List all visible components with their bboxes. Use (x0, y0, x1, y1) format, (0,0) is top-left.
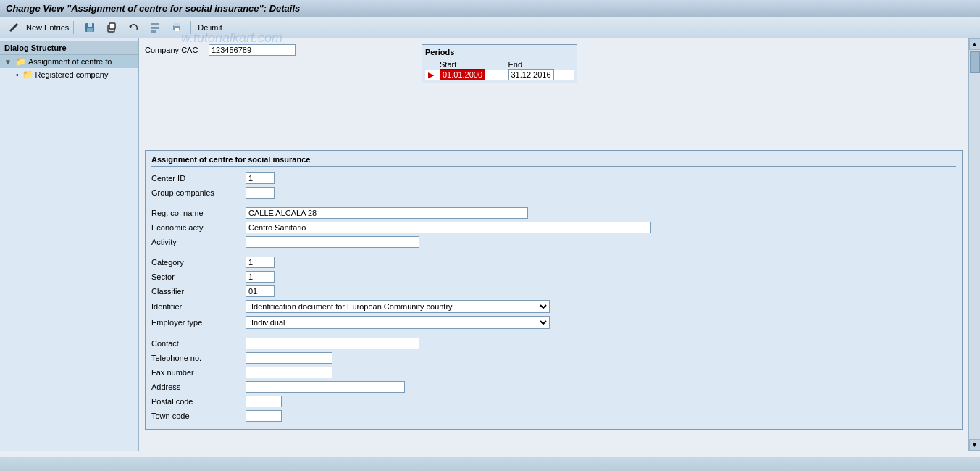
scroll-up-arrow[interactable]: ▲ (969, 38, 981, 50)
svg-marker-5 (129, 25, 132, 28)
scrollbar[interactable]: ▲ ▼ (968, 38, 980, 451)
category-row: Category (151, 257, 956, 268)
economic-acty-row: Economic acty (151, 222, 956, 233)
delimit-label[interactable]: Delimit (198, 23, 222, 32)
telephone-input[interactable] (246, 352, 332, 364)
fax-label: Fax number (151, 368, 246, 377)
economic-acty-input[interactable] (246, 222, 651, 233)
employer-type-label: Employer type (151, 318, 246, 327)
employer-type-row: Employer type Individual (151, 316, 956, 329)
new-entries-label: New Entries (26, 23, 69, 32)
title-bar: Change View "Assignment of centre for so… (0, 0, 980, 17)
sidebar-header: Dialog Structure (0, 41, 138, 55)
sector-row: Sector (151, 271, 956, 283)
classifier-label: Classifier (151, 287, 246, 296)
title-text: Change View "Assignment of centre for so… (6, 3, 300, 14)
edit-icon-btn[interactable] (4, 20, 23, 36)
contact-input[interactable] (246, 338, 419, 349)
center-id-row: Center ID (151, 172, 956, 184)
period-end-date[interactable]: 31.12.2016 (508, 69, 554, 80)
company-cac-label: Company CAC (145, 46, 203, 54)
group-companies-row: Group companies (151, 187, 956, 199)
bullet-icon: • (16, 71, 19, 79)
postal-code-label: Postal code (151, 397, 246, 406)
category-label: Category (151, 258, 246, 267)
identifier-row: Identifier Identification document for E… (151, 300, 956, 313)
period-arrow-icon: ▶ (428, 71, 434, 79)
activity-label: Activity (151, 238, 246, 246)
sidebar-item-label-2: Registered company (35, 70, 109, 79)
sidebar-item-label: Assignment of centre fo (28, 57, 112, 66)
svg-rect-10 (175, 28, 179, 31)
employer-type-select[interactable]: Individual (246, 316, 550, 329)
fax-row: Fax number (151, 367, 956, 378)
period-start-date[interactable]: 01.01.2000 (440, 69, 485, 80)
svg-rect-6 (151, 23, 159, 25)
reg-co-name-row: Reg. co. name (151, 207, 956, 219)
content-area: Company CAC Periods Start End (139, 38, 968, 451)
sidebar: Dialog Structure ▼ 📁 Assignment of centr… (0, 38, 139, 451)
periods-table: Start End ▶ 01.01.2000 31.12.2016 (425, 59, 574, 80)
center-id-input[interactable] (246, 172, 275, 184)
section-title: Assignment of centre for social insuranc… (151, 155, 956, 167)
town-code-input[interactable] (246, 410, 282, 422)
address-label: Address (151, 383, 246, 391)
periods-box: Periods Start End ▶ 01.01.2000 31. (422, 44, 577, 83)
separator1 (73, 21, 76, 34)
svg-rect-1 (88, 23, 92, 27)
address-input[interactable] (246, 381, 405, 393)
status-bar (0, 457, 980, 471)
find-btn[interactable] (146, 20, 164, 36)
activity-input[interactable] (246, 236, 419, 248)
periods-col-end: End (506, 59, 574, 70)
period-row[interactable]: ▶ 01.01.2000 31.12.2016 (425, 70, 574, 80)
print-btn[interactable] (167, 20, 186, 36)
economic-acty-label: Economic acty (151, 223, 246, 232)
sidebar-item-registered[interactable]: • 📁 Registered company (0, 68, 138, 81)
svg-rect-2 (87, 28, 93, 32)
postal-code-row: Postal code (151, 396, 956, 407)
center-id-label: Center ID (151, 174, 246, 183)
company-cac-input[interactable] (209, 44, 296, 56)
address-row: Address (151, 381, 956, 393)
classifier-input[interactable] (246, 285, 275, 297)
telephone-label: Telephone no. (151, 354, 246, 362)
svg-rect-8 (151, 30, 156, 33)
periods-title: Periods (425, 48, 574, 57)
town-code-label: Town code (151, 412, 246, 420)
save-btn[interactable] (80, 20, 99, 36)
folder-icon: 📁 (15, 57, 26, 67)
expand-icon: ▼ (4, 58, 12, 66)
separator2 (190, 21, 193, 34)
assignment-section: Assignment of centre for social insuranc… (145, 150, 963, 430)
svg-rect-7 (151, 27, 159, 29)
reg-co-name-label: Reg. co. name (151, 209, 246, 217)
copy-btn[interactable] (102, 20, 121, 36)
reg-co-name-input[interactable] (246, 207, 528, 219)
activity-row: Activity (151, 236, 956, 248)
group-companies-label: Group companies (151, 188, 246, 197)
postal-code-input[interactable] (246, 396, 282, 407)
identifier-select[interactable]: Identification document for European Com… (246, 300, 550, 313)
sidebar-item-assignment[interactable]: ▼ 📁 Assignment of centre fo (0, 55, 138, 68)
classifier-row: Classifier (151, 285, 956, 297)
sector-label: Sector (151, 272, 246, 281)
identifier-label: Identifier (151, 302, 246, 311)
contact-label: Contact (151, 339, 246, 348)
town-code-row: Town code (151, 410, 956, 422)
sector-input[interactable] (246, 271, 275, 283)
telephone-row: Telephone no. (151, 352, 956, 364)
fax-input[interactable] (246, 367, 332, 378)
svg-rect-4 (109, 23, 115, 29)
svg-rect-11 (174, 23, 180, 26)
scroll-down-arrow[interactable]: ▼ (969, 439, 981, 451)
group-companies-input[interactable] (246, 187, 275, 199)
periods-col-start: Start (437, 59, 506, 70)
undo-btn[interactable] (124, 20, 143, 36)
scroll-thumb[interactable] (970, 51, 980, 73)
toolbar: New Entries Delimit (0, 17, 980, 38)
contact-row: Contact (151, 338, 956, 349)
category-input[interactable] (246, 257, 275, 268)
folder-icon-2: 📁 (22, 70, 33, 80)
